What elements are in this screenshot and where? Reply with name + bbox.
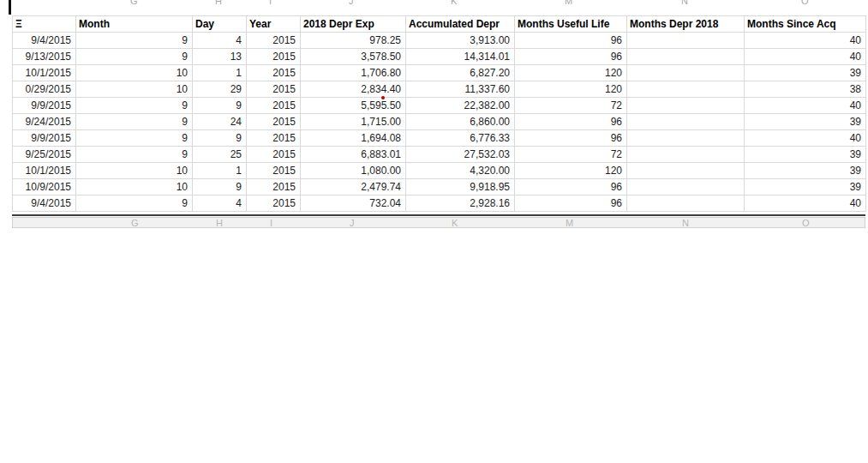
column-letter-h[interactable]: H	[216, 218, 223, 228]
column-letter-g[interactable]: G	[130, 0, 138, 6]
cell-depr-exp[interactable]: 2,479.74	[301, 179, 406, 195]
cell-year[interactable]: 2015	[247, 195, 301, 212]
cell-months-depr-2018[interactable]	[627, 114, 745, 130]
cell-date[interactable]: 9/13/2015	[13, 49, 76, 65]
cell-depr-exp[interactable]: 732.04	[301, 195, 406, 212]
cell-day[interactable]: 1	[193, 65, 247, 81]
cell-useful-life[interactable]: 96	[515, 33, 627, 49]
cell-useful-life[interactable]: 96	[515, 179, 627, 195]
cell-year[interactable]: 2015	[247, 65, 301, 81]
cell-depr-exp[interactable]: 2,834.40	[301, 81, 406, 98]
cell-year[interactable]: 2015	[247, 179, 301, 195]
cell-useful-life[interactable]: 120	[515, 65, 627, 81]
header-day[interactable]: Day	[193, 16, 247, 33]
header-months-useful-life[interactable]: Months Useful Life	[515, 16, 627, 33]
cell-useful-life[interactable]: 72	[515, 98, 627, 114]
cell-months-depr-2018[interactable]	[627, 179, 745, 195]
cell-year[interactable]: 2015	[247, 147, 301, 163]
cell-month[interactable]: 9	[76, 33, 193, 49]
header-month[interactable]: Month	[76, 16, 193, 33]
cell-useful-life[interactable]: 96	[515, 114, 627, 130]
cell-year[interactable]: 2015	[247, 114, 301, 130]
column-letter-o[interactable]: O	[801, 0, 809, 6]
cell-useful-life[interactable]: 96	[515, 195, 627, 212]
cell-accum-depr[interactable]: 14,314.01	[406, 49, 515, 65]
cell-depr-exp[interactable]: 1,715.00	[301, 114, 406, 130]
cell-day[interactable]: 9	[193, 179, 247, 195]
cell-date[interactable]: 0/29/2015	[13, 81, 76, 98]
cell-day[interactable]: 4	[193, 195, 247, 212]
cell-months-since-acq[interactable]: 39	[745, 65, 866, 81]
cell-year[interactable]: 2015	[247, 33, 301, 49]
cell-year[interactable]: 2015	[247, 49, 301, 65]
column-letter-g[interactable]: G	[131, 218, 139, 228]
cell-date[interactable]: 9/9/2015	[13, 98, 76, 114]
cell-months-depr-2018[interactable]	[627, 163, 745, 179]
cell-months-since-acq[interactable]: 40	[745, 33, 866, 49]
cell-month[interactable]: 9	[76, 114, 193, 130]
cell-month[interactable]: 10	[76, 163, 193, 179]
cell-months-depr-2018[interactable]	[627, 81, 745, 98]
cell-month[interactable]: 10	[76, 65, 193, 81]
cell-months-since-acq[interactable]: 39	[745, 179, 866, 195]
header-date-fragment[interactable]: Ξ	[13, 16, 76, 33]
column-letter-m[interactable]: M	[565, 0, 572, 6]
cell-month[interactable]: 9	[76, 98, 193, 114]
cell-months-depr-2018[interactable]	[627, 49, 745, 65]
cell-months-depr-2018[interactable]	[627, 130, 745, 147]
cell-date[interactable]: 10/1/2015	[13, 163, 76, 179]
cell-month[interactable]: 9	[76, 147, 193, 163]
cell-months-since-acq[interactable]: 39	[745, 147, 866, 163]
cell-accum-depr[interactable]: 6,776.33	[406, 130, 515, 147]
cell-date[interactable]: 9/24/2015	[13, 114, 76, 130]
cell-months-since-acq[interactable]: 39	[745, 163, 866, 179]
cell-months-since-acq[interactable]: 39	[745, 114, 866, 130]
cell-date[interactable]: 9/9/2015	[13, 130, 76, 147]
cell-year[interactable]: 2015	[247, 98, 301, 114]
column-letter-h[interactable]: H	[215, 0, 222, 6]
cell-months-since-acq[interactable]: 40	[745, 49, 866, 65]
cell-date[interactable]: 9/4/2015	[13, 195, 76, 212]
cell-day[interactable]: 9	[193, 130, 247, 147]
cell-depr-exp[interactable]: 6,883.01	[301, 147, 406, 163]
cell-months-depr-2018[interactable]	[627, 33, 745, 49]
cell-accum-depr[interactable]: 27,532.03	[406, 147, 515, 163]
column-letter-i[interactable]: I	[270, 218, 272, 228]
column-letter-o[interactable]: O	[802, 218, 810, 228]
pane-split-bar[interactable]	[12, 214, 865, 216]
header-accumulated-depr[interactable]: Accumulated Depr	[406, 16, 515, 33]
cell-date[interactable]: 10/9/2015	[13, 179, 76, 195]
cell-depr-exp[interactable]: 1,706.80	[301, 65, 406, 81]
cell-months-since-acq[interactable]: 40	[745, 98, 866, 114]
cell-day[interactable]: 24	[193, 114, 247, 130]
cell-accum-depr[interactable]: 3,913.00	[406, 33, 515, 49]
header-year[interactable]: Year	[247, 16, 301, 33]
cell-months-depr-2018[interactable]	[627, 195, 745, 212]
cell-depr-exp[interactable]: 1,080.00	[301, 163, 406, 179]
cell-day[interactable]: 1	[193, 163, 247, 179]
cell-accum-depr[interactable]: 4,320.00	[406, 163, 515, 179]
cell-month[interactable]: 9	[76, 195, 193, 212]
cell-accum-depr[interactable]: 11,337.60	[406, 81, 515, 98]
column-letter-n[interactable]: N	[681, 0, 688, 6]
cell-accum-depr[interactable]: 9,918.95	[406, 179, 515, 195]
cell-useful-life[interactable]: 96	[515, 49, 627, 65]
cell-day[interactable]: 13	[193, 49, 247, 65]
cell-useful-life[interactable]: 120	[515, 163, 627, 179]
cell-months-depr-2018[interactable]	[627, 65, 745, 81]
cell-months-since-acq[interactable]: 38	[745, 81, 866, 98]
column-letter-j[interactable]: J	[350, 218, 355, 228]
cell-month[interactable]: 10	[76, 81, 193, 98]
cell-day[interactable]: 25	[193, 147, 247, 163]
column-letter-i[interactable]: I	[269, 0, 272, 6]
cell-accum-depr[interactable]: 2,928.16	[406, 195, 515, 212]
cell-useful-life[interactable]: 72	[515, 147, 627, 163]
cell-date[interactable]: 9/4/2015	[13, 33, 76, 49]
header-months-depr-2018[interactable]: Months Depr 2018	[627, 16, 745, 33]
cell-depr-exp[interactable]: 3,578.50	[301, 49, 406, 65]
cell-year[interactable]: 2015	[247, 81, 301, 98]
cell-day[interactable]: 29	[193, 81, 247, 98]
cell-month[interactable]: 10	[76, 179, 193, 195]
cell-month[interactable]: 9	[76, 130, 193, 147]
cell-year[interactable]: 2015	[247, 130, 301, 147]
